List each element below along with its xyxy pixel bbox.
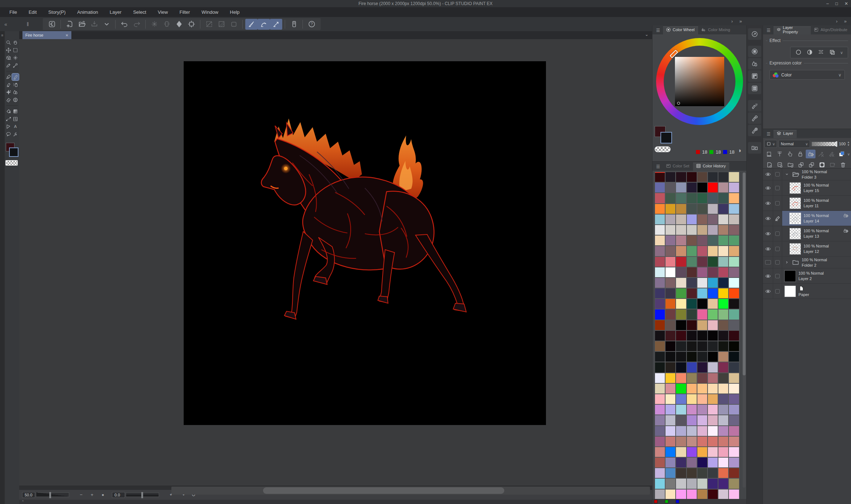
- color-swatch[interactable]: [718, 362, 729, 372]
- visibility-eye-icon[interactable]: [765, 216, 771, 221]
- color-swatch[interactable]: [718, 246, 729, 256]
- color-swatch[interactable]: [655, 383, 665, 394]
- color-swatch[interactable]: [729, 288, 739, 299]
- rotation-slider[interactable]: [126, 492, 159, 497]
- menu-window[interactable]: Window: [196, 7, 224, 17]
- tab-color-set[interactable]: Color Set: [663, 163, 693, 171]
- decoration-tool[interactable]: [5, 89, 12, 96]
- tablet-icon[interactable]: [288, 19, 300, 30]
- blue-swatch-icon[interactable]: [676, 500, 679, 503]
- mask-x-toggle[interactable]: [826, 150, 836, 158]
- line-disabled-icon[interactable]: [203, 19, 215, 30]
- color-swatch[interactable]: [687, 235, 697, 246]
- color-swatch[interactable]: [729, 489, 739, 500]
- color-swatch[interactable]: [708, 193, 718, 203]
- color-swatch[interactable]: [687, 447, 697, 457]
- panel-menu-icon[interactable]: ☰: [763, 132, 773, 138]
- color-swatch[interactable]: [729, 426, 739, 436]
- color-swatch[interactable]: [655, 288, 665, 299]
- color-swatch[interactable]: [687, 246, 697, 256]
- layer-folder-row-folder-3[interactable]: 100 % NormalFolder 3: [763, 168, 851, 180]
- color-swatch[interactable]: [687, 404, 697, 415]
- color-swatch[interactable]: [729, 246, 739, 256]
- folder-collapsed-icon[interactable]: [784, 260, 789, 265]
- color-swatch[interactable]: [687, 415, 697, 425]
- tab-color-wheel[interactable]: Color Wheel: [663, 26, 698, 34]
- color-swatch[interactable]: [655, 225, 665, 235]
- color-swatch[interactable]: [676, 341, 686, 351]
- color-swatch[interactable]: [708, 204, 718, 214]
- color-swatch[interactable]: [697, 246, 708, 256]
- color-swatch[interactable]: [665, 362, 676, 372]
- color-swatch[interactable]: [687, 489, 697, 500]
- horizontal-scrollbar-thumb[interactable]: [263, 487, 504, 494]
- color-swatch[interactable]: [665, 182, 676, 193]
- color-swatch[interactable]: [655, 182, 665, 193]
- color-swatch[interactable]: [655, 404, 665, 415]
- blend-tool[interactable]: [12, 89, 19, 96]
- double-chevron-icon[interactable]: »: [844, 18, 847, 24]
- color-swatch[interactable]: [676, 447, 686, 457]
- combine-mode-dropdown[interactable]: ∨: [764, 140, 777, 148]
- opacity-stepper[interactable]: ▲▼: [847, 141, 850, 147]
- color-swatch[interactable]: [665, 320, 676, 330]
- color-swatch[interactable]: [665, 383, 676, 394]
- color-swatch[interactable]: [708, 426, 718, 436]
- redo-icon[interactable]: [130, 19, 143, 30]
- color-swatch[interactable]: [718, 457, 729, 468]
- color-swatch[interactable]: [708, 468, 718, 478]
- auto-select-tool[interactable]: [12, 54, 19, 61]
- color-swatch[interactable]: [729, 341, 739, 351]
- frame-border-tool[interactable]: [12, 116, 19, 122]
- open-icon[interactable]: [76, 19, 88, 30]
- menu-storyp[interactable]: Story(P): [42, 7, 71, 17]
- color-swatch[interactable]: [665, 478, 676, 489]
- tab-color-mixing[interactable]: Color Mixing: [698, 26, 734, 34]
- color-swatch[interactable]: [655, 415, 665, 425]
- color-swatch[interactable]: [676, 426, 686, 436]
- color-swatch[interactable]: [718, 436, 729, 447]
- layer-thumbnail[interactable]: [789, 197, 801, 209]
- tab-color-history[interactable]: Color History: [693, 163, 730, 171]
- drag-handle-icon[interactable]: ‖: [27, 21, 29, 27]
- color-swatch[interactable]: [718, 404, 729, 415]
- red-swatch-icon[interactable]: [654, 500, 658, 503]
- color-swatch[interactable]: [676, 278, 686, 288]
- balloon-tool[interactable]: [5, 131, 12, 138]
- color-swatch[interactable]: [718, 341, 729, 351]
- color-swatch[interactable]: [718, 299, 729, 309]
- color-swatch[interactable]: [718, 267, 729, 278]
- color-swatch[interactable]: [708, 362, 718, 372]
- color-swatch[interactable]: [708, 235, 718, 246]
- color-swatch[interactable]: [729, 172, 739, 182]
- green-swatch-icon[interactable]: [665, 500, 668, 503]
- border-effect-icon[interactable]: [806, 49, 813, 57]
- saturation-value-square[interactable]: [675, 57, 724, 106]
- color-swatch[interactable]: [718, 351, 729, 362]
- visibility-eye-icon[interactable]: [765, 171, 771, 177]
- color-swatch[interactable]: [708, 182, 718, 193]
- fit-to-screen-button[interactable]: ■: [97, 493, 108, 497]
- tab-layer[interactable]: Layer: [773, 130, 797, 138]
- color-swatch[interactable]: [676, 457, 686, 468]
- color-swatch[interactable]: [676, 267, 686, 278]
- color-swatch[interactable]: [655, 267, 665, 278]
- color-wheel-dock-icon[interactable]: [748, 46, 761, 57]
- fill-tool[interactable]: [5, 108, 12, 115]
- background-color-chip[interactable]: [660, 132, 672, 143]
- chevron-right-icon[interactable]: ›: [836, 18, 837, 24]
- color-swatch[interactable]: [708, 225, 718, 235]
- color-swatch[interactable]: [697, 468, 708, 478]
- color-swatch[interactable]: [687, 341, 697, 351]
- color-swatch[interactable]: [697, 436, 708, 447]
- menu-help[interactable]: Help: [224, 7, 246, 17]
- color-swatch[interactable]: [708, 373, 718, 383]
- brush-shape-icon[interactable]: [748, 125, 761, 136]
- color-swatch[interactable]: [708, 278, 718, 288]
- color-swatch[interactable]: [729, 447, 739, 457]
- color-swatch[interactable]: [708, 394, 718, 404]
- color-swatch[interactable]: [665, 299, 676, 309]
- liquify-tool[interactable]: [12, 131, 19, 138]
- color-swatch[interactable]: [676, 204, 686, 214]
- color-swatch[interactable]: [708, 436, 718, 447]
